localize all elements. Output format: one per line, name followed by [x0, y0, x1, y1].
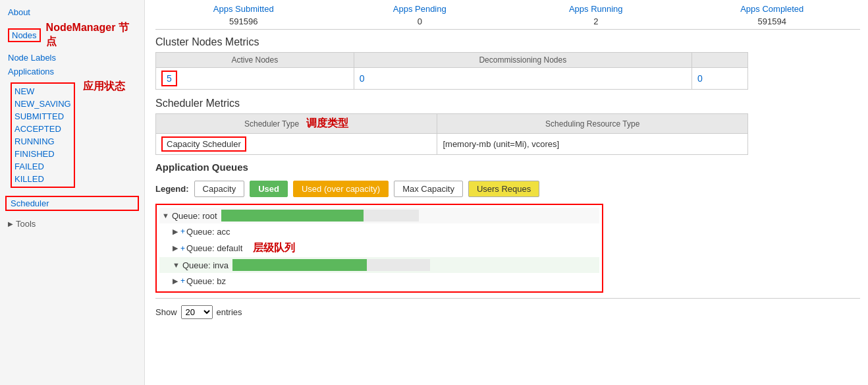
- sidebar-nodes-link[interactable]: Nodes: [12, 30, 37, 40]
- queue-bz-plus: +: [180, 276, 185, 285]
- node-manager-annotation: NodeManager 节点: [46, 21, 136, 49]
- show-entries-select[interactable]: 20 10 50 100: [181, 305, 213, 319]
- apps-running-col: Apps Running 2: [508, 4, 684, 26]
- sidebar-new-saving-link[interactable]: NEW_SAVING: [14, 99, 71, 109]
- legend-over-capacity: Used (over capacity): [293, 181, 389, 197]
- legend-bar: Legend: Capacity Used Used (over capacit…: [155, 177, 860, 201]
- app-queues-title: Application Queues: [155, 156, 860, 177]
- extra-header: [692, 53, 747, 68]
- sidebar-killed-link[interactable]: KILLED: [14, 174, 44, 184]
- apps-completed-col: Apps Completed 591594: [684, 4, 861, 26]
- apps-submitted-value: 591596: [155, 14, 332, 26]
- queue-default-toggle[interactable]: ▶: [173, 244, 178, 252]
- queue-default-name: Queue: default: [186, 243, 242, 253]
- queue-bz-toggle[interactable]: ▶: [173, 277, 178, 285]
- queue-row-inva: ▼ Queue: inva: [159, 257, 599, 273]
- entries-label: entries: [217, 307, 242, 317]
- scheduling-resource-cell: [memory-mb (unit=Mi), vcores]: [437, 134, 748, 155]
- hierarchy-annotation: 层级队列: [253, 241, 295, 255]
- sidebar-running-link[interactable]: RUNNING: [14, 136, 55, 146]
- sidebar-submitted-link[interactable]: SUBMITTED: [14, 111, 64, 121]
- legend-max-capacity: Max Capacity: [394, 181, 463, 197]
- decommissioning-cell: 0: [354, 68, 692, 90]
- queue-row-root: ▼ Queue: root: [159, 208, 599, 223]
- legend-label: Legend:: [155, 184, 189, 194]
- queue-container: ▼ Queue: root ▶ + Queue: acc ▶ + Queue:: [155, 204, 603, 293]
- extra-value[interactable]: 0: [697, 73, 703, 84]
- show-entries-row: Show 20 10 50 100 entries: [155, 298, 860, 322]
- scheduler-metrics-table: Scheduler Type 调度类型 Scheduling Resource …: [155, 113, 748, 155]
- decommissioning-value[interactable]: 0: [360, 73, 365, 84]
- cluster-nodes-title: Cluster Nodes Metrics: [155, 30, 860, 52]
- queue-acc-plus: +: [180, 227, 185, 236]
- queue-root-name: Queue: root: [172, 211, 217, 221]
- apps-pending-value: 0: [332, 14, 508, 26]
- queue-inva-toggle[interactable]: ▼: [173, 261, 180, 269]
- sidebar-node-labels-link[interactable]: Node Labels: [8, 53, 56, 63]
- queue-acc-name: Queue: acc: [186, 227, 231, 237]
- apps-pending-label: Apps Pending: [332, 4, 508, 14]
- queue-root-toggle[interactable]: ▼: [162, 212, 169, 220]
- tools-label: Tools: [16, 219, 36, 229]
- queue-acc-toggle[interactable]: ▶: [173, 227, 178, 236]
- queue-root-bar: [221, 210, 419, 222]
- apps-completed-label: Apps Completed: [684, 4, 861, 14]
- queue-row-acc: ▶ + Queue: acc: [159, 223, 599, 239]
- active-nodes-header: Active Nodes: [156, 53, 354, 68]
- apps-running-label: Apps Running: [508, 4, 684, 14]
- app-states-annotation: 应用状态: [83, 80, 125, 94]
- queue-default-plus: +: [180, 244, 185, 253]
- scheduler-type-cell: Capacity Scheduler: [156, 134, 437, 155]
- sidebar-about-link[interactable]: About: [8, 7, 30, 17]
- apps-running-value: 2: [508, 14, 684, 26]
- scheduling-resource-header: Scheduling Resource Type: [437, 114, 748, 134]
- apps-pending-col: Apps Pending 0: [332, 4, 508, 26]
- queue-inva-name: Queue: inva: [182, 260, 229, 270]
- queue-inva-bar: [232, 259, 430, 271]
- apps-completed-value: 591594: [684, 14, 861, 26]
- sidebar-new-link[interactable]: NEW: [14, 86, 34, 96]
- queue-bz-name: Queue: bz: [186, 276, 226, 286]
- legend-capacity: Capacity: [194, 181, 245, 197]
- scheduler-metrics-title: Scheduler Metrics: [155, 91, 860, 113]
- apps-submitted-label: Apps Submitted: [155, 4, 332, 14]
- scheduler-type-header: Scheduler Type 调度类型: [156, 114, 437, 134]
- sidebar-applications-link[interactable]: Applications: [8, 67, 54, 76]
- legend-users-request: Users Reques: [468, 181, 539, 197]
- sidebar-failed-link[interactable]: FAILED: [14, 162, 44, 171]
- metrics-header: Apps Submitted 591596 Apps Pending 0 App…: [155, 0, 860, 30]
- apps-submitted-col: Apps Submitted 591596: [155, 4, 332, 26]
- scheduler-type-value: Capacity Scheduler: [167, 139, 241, 149]
- cluster-nodes-table: Active Nodes Decommissioning Nodes 5 0 0: [155, 52, 748, 90]
- sidebar-finished-link[interactable]: FINISHED: [14, 149, 55, 159]
- legend-used: Used: [250, 181, 288, 197]
- sidebar-accepted-link[interactable]: ACCEPTED: [14, 124, 61, 134]
- show-label: Show: [155, 307, 177, 317]
- sidebar-scheduler-link[interactable]: Scheduler: [11, 198, 49, 208]
- decommissioning-header: Decommissioning Nodes: [354, 53, 692, 68]
- extra-cell: 0: [692, 68, 747, 90]
- active-nodes-value[interactable]: 5: [167, 73, 172, 84]
- active-nodes-cell: 5: [156, 68, 354, 90]
- queue-row-default: ▶ + Queue: default 层级队列: [159, 239, 599, 257]
- queue-row-bz: ▶ + Queue: bz: [159, 273, 599, 289]
- scheduler-type-annotation: 调度类型: [306, 117, 348, 129]
